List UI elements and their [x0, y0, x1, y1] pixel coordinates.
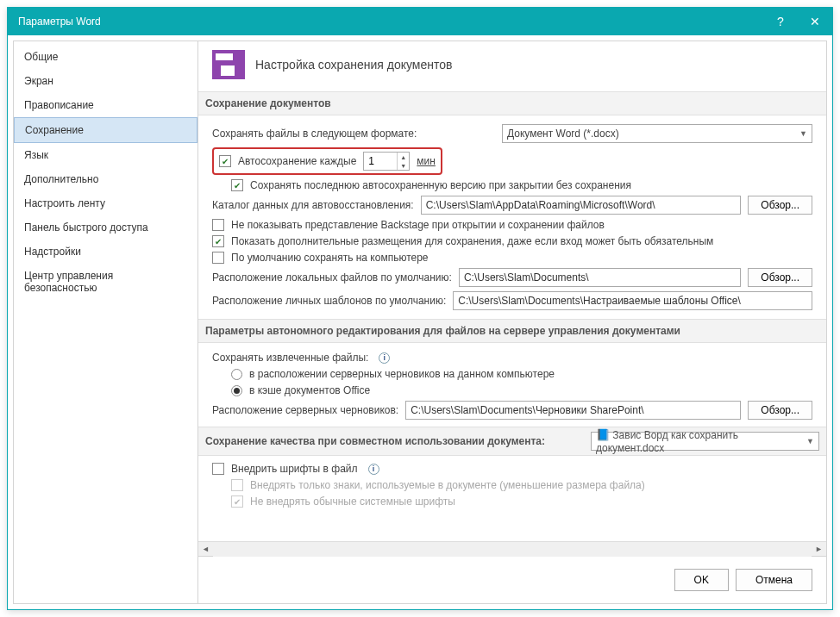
sidebar-item-proofing[interactable]: Правописание	[14, 93, 197, 117]
local-files-path-input[interactable]	[459, 268, 741, 287]
local-files-location-label: Расположение локальных файлов по умолчан…	[212, 271, 452, 284]
autorecover-location-label: Каталог данных для автовосстановления:	[212, 199, 414, 211]
save-disk-icon	[212, 50, 245, 79]
content-pane: Настройка сохранения документов Сохранен…	[198, 41, 826, 541]
office-cache-radio[interactable]	[231, 385, 242, 396]
sidebar-item-qat[interactable]: Панель быстрого доступа	[14, 215, 197, 240]
no-system-fonts-label: Не внедрять обычные системные шрифты	[250, 495, 455, 508]
section-save-documents: Сохранение документов	[198, 91, 826, 115]
autosave-interval-spinner[interactable]: ▲▼	[363, 152, 410, 171]
no-backstage-checkbox[interactable]	[212, 219, 224, 231]
page-title: Настройка сохранения документов	[255, 58, 452, 72]
dialog-footer: OK Отмена	[198, 556, 826, 603]
sidebar-item-trust[interactable]: Центр управления безопасностью	[14, 264, 197, 300]
sidebar-nav: Общие Экран Правописание Сохранение Язык…	[13, 41, 198, 604]
no-backstage-label: Не показывать представление Backstage пр…	[231, 219, 605, 231]
close-button[interactable]: ✕	[798, 8, 832, 35]
save-format-select[interactable]: Документ Word (*.docx) ▼	[502, 124, 812, 143]
embed-fonts-checkbox[interactable]	[212, 463, 224, 475]
cancel-button[interactable]: Отмена	[736, 569, 812, 591]
templates-location-label: Расположение личных шаблонов по умолчани…	[212, 295, 446, 307]
chevron-down-icon: ▼	[799, 129, 807, 138]
embed-chars-checkbox	[231, 479, 243, 491]
help-button[interactable]: ?	[763, 8, 798, 35]
ok-button[interactable]: OK	[674, 569, 729, 591]
sidebar-item-language[interactable]: Язык	[14, 143, 197, 167]
checkout-files-label: Сохранять извлеченные файлы:	[212, 352, 368, 364]
spinner-down[interactable]: ▼	[397, 161, 409, 170]
scroll-left-arrow[interactable]: ◄	[198, 542, 213, 557]
save-to-computer-checkbox[interactable]	[212, 252, 224, 264]
spinner-up[interactable]: ▲	[397, 153, 409, 161]
server-drafts-label: в расположении серверных черновиков на д…	[249, 368, 555, 380]
autosave-interval-input[interactable]	[364, 153, 397, 170]
sidebar-item-save[interactable]: Сохранение	[14, 117, 197, 143]
office-cache-label: в кэше документов Office	[249, 384, 370, 396]
autosave-highlight: Автосохранение каждые ▲▼ мин	[212, 147, 442, 175]
sidebar-item-display[interactable]: Экран	[14, 69, 197, 93]
server-drafts-path-input[interactable]	[405, 401, 741, 420]
info-icon[interactable]: i	[379, 352, 390, 364]
embed-chars-label: Внедрять только знаки, используемые в до…	[250, 479, 645, 491]
autorecover-path-input[interactable]	[421, 196, 742, 215]
templates-path-input[interactable]	[453, 291, 812, 310]
show-additional-places-label: Показать дополнительные размещения для с…	[231, 235, 713, 247]
window-title: Параметры Word	[18, 16, 763, 28]
browse-autorecover-button[interactable]: Обзор...	[748, 196, 812, 215]
options-dialog: Параметры Word ? ✕ Общие Экран Правописа…	[7, 7, 833, 610]
no-system-fonts-checkbox	[231, 495, 243, 508]
browse-server-drafts-button[interactable]: Обзор...	[748, 401, 812, 420]
horizontal-scrollbar[interactable]: ◄ ►	[198, 541, 826, 556]
section-offline-editing: Параметры автономного редактирования для…	[198, 319, 826, 343]
autosave-checkbox[interactable]	[219, 155, 231, 167]
keep-last-autosaved-checkbox[interactable]	[231, 179, 243, 191]
scroll-right-arrow[interactable]: ►	[812, 542, 826, 557]
browse-local-files-button[interactable]: Обзор...	[748, 268, 812, 287]
fidelity-document-select[interactable]: 📘 Завис Ворд как сохранить документ.docx…	[591, 432, 819, 451]
show-additional-places-checkbox[interactable]	[212, 235, 224, 247]
sidebar-item-addins[interactable]: Надстройки	[14, 240, 197, 264]
section-fidelity: Сохранение качества при совместном испол…	[198, 427, 826, 456]
info-icon[interactable]: i	[368, 464, 379, 475]
embed-fonts-label: Внедрить шрифты в файл	[231, 463, 358, 475]
save-to-computer-label: По умолчанию сохранять на компьютере	[231, 252, 429, 264]
autosave-unit: мин	[417, 155, 436, 167]
sidebar-item-ribbon[interactable]: Настроить ленту	[14, 191, 197, 215]
scroll-track[interactable]	[213, 542, 812, 557]
server-drafts-radio[interactable]	[231, 369, 242, 380]
format-label: Сохранять файлы в следующем формате:	[212, 128, 417, 140]
titlebar: Параметры Word ? ✕	[8, 8, 832, 35]
autosave-label: Автосохранение каждые	[238, 155, 356, 167]
chevron-down-icon: ▼	[806, 437, 814, 446]
sidebar-item-advanced[interactable]: Дополнительно	[14, 167, 197, 191]
keep-last-autosaved-label: Сохранять последнюю автосохраненную верс…	[250, 179, 631, 191]
word-doc-icon: 📘	[596, 428, 610, 442]
sidebar-item-general[interactable]: Общие	[14, 45, 197, 69]
server-drafts-location-label: Расположение серверных черновиков:	[212, 404, 398, 416]
